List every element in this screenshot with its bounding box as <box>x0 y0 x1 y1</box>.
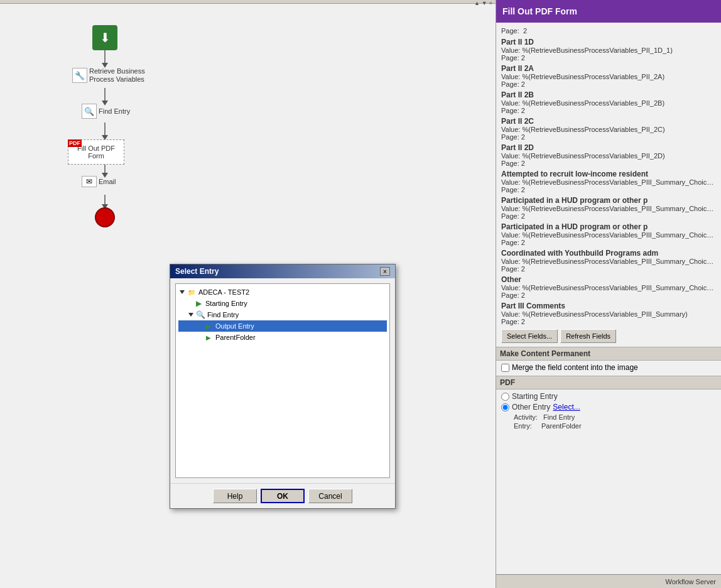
field-value-partii1d: Value: %(RetrieveBusinessProcessVariable… <box>501 46 716 54</box>
field-value-youthbuild: Value: %(RetrieveBusinessProcessVariable… <box>501 258 716 265</box>
other-entry-radio-label: Other Entry <box>512 403 550 411</box>
field-page-recruit: Page: 2 <box>501 186 716 193</box>
top-strip: ▲ ▼ × <box>0 0 496 4</box>
make-permanent-label: Make Content Permanent <box>500 349 590 358</box>
start-arrow-icon: ▶ <box>193 298 203 308</box>
field-value-hud2: Value: %(RetrieveBusinessProcessVariable… <box>501 205 716 212</box>
field-page-hud2: Page: 2 <box>501 212 716 220</box>
entry-tree[interactable]: 📁 ADECA - TEST2 ▶ Starting Entry 🔍 Find … <box>175 283 390 478</box>
field-label-partiii-comments: Part III Comments <box>501 302 716 310</box>
pdf-section-header: PDF <box>496 376 721 389</box>
select-link[interactable]: Select... <box>553 403 580 411</box>
tree-label-parentfolder: ParentFolder <box>215 334 256 341</box>
properties-scroll-area[interactable]: Page: 2 Part II 1D Value: %(RetrieveBusi… <box>496 23 721 574</box>
field-label-partii2a: Part II 2A <box>501 64 716 73</box>
email-label: Email <box>99 178 116 185</box>
field-page-partii2c: Page: 2 <box>501 133 716 141</box>
field-label-partii2b: Part II 2B <box>501 90 716 99</box>
other-entry-radio[interactable] <box>501 403 509 411</box>
field-value-other: Value: %(RetrieveBusinessProcessVariable… <box>501 284 716 291</box>
panel-title: Fill Out PDF Form <box>496 0 721 23</box>
activity-value: Find Entry <box>543 413 575 421</box>
workflow-panel: ▲ ▼ × ⬇ 🔧 Retrieve BusinessProcess Varia… <box>0 0 496 588</box>
prop-field-partii1d: Part II 1D Value: %(RetrieveBusinessProc… <box>501 38 716 62</box>
folder-icon-adeca: 📁 <box>187 287 197 297</box>
activity-label: Activity: <box>514 413 538 421</box>
workflow-retrieve-node[interactable]: 🔧 Retrieve BusinessProcess Variables <box>72 67 145 84</box>
entry-value: ParentFolder <box>541 422 582 430</box>
fillout-icon-box: PDF Fill Out PDFForm <box>68 139 124 165</box>
field-label-partii2d: Part II 2D <box>501 143 716 152</box>
select-entry-dialog: Select Entry × 📁 ADECA - TEST2 ▶ Startin… <box>170 264 396 509</box>
refresh-fields-button[interactable]: Refresh Fields <box>560 329 616 343</box>
prop-field-hud3: Participated in a HUD program or other p… <box>501 222 716 246</box>
activity-row: Activity: Find Entry <box>514 413 716 421</box>
parentfolder-icon: ▶ <box>203 332 214 342</box>
workflow-find-node[interactable]: 🔍 Find Entry <box>82 104 130 119</box>
field-page-partii2b: Page: 2 <box>501 107 716 114</box>
field-label-other: Other <box>501 275 716 284</box>
field-page-other: Page: 2 <box>501 291 716 299</box>
field-page-youthbuild: Page: 2 <box>501 265 716 273</box>
field-value-hud3: Value: %(RetrieveBusinessProcessVariable… <box>501 231 716 239</box>
field-label-hud3: Participated in a HUD program or other p <box>501 222 716 231</box>
prop-field-hud2: Participated in a HUD program or other p… <box>501 196 716 220</box>
prop-field-partii2d: Part II 2D Value: %(RetrieveBusinessProc… <box>501 143 716 167</box>
workflow-fillout-node[interactable]: PDF Fill Out PDFForm <box>68 139 124 165</box>
dialog-title: Select Entry <box>175 267 219 276</box>
workflow-email-node[interactable]: ✉ Email <box>82 176 116 187</box>
top-page-label: Page: 2 <box>501 27 527 35</box>
field-value-partii2a: Value: %(RetrieveBusinessProcessVariable… <box>501 73 716 80</box>
retrieve-icon: 🔧 <box>72 68 87 83</box>
find-icon: 🔍 <box>82 104 97 119</box>
help-button[interactable]: Help <box>213 489 257 503</box>
dialog-close-button[interactable]: × <box>380 267 390 276</box>
tree-item-outputentry[interactable]: ▶ Output Entry <box>178 320 387 332</box>
workflow-start-node[interactable]: ⬇ <box>92 25 117 50</box>
field-value-partii2c: Value: %(RetrieveBusinessProcessVariable… <box>501 126 716 133</box>
tree-item-findentry[interactable]: 🔍 Find Entry <box>178 309 387 320</box>
select-fields-button[interactable]: Select Fields... <box>501 329 558 343</box>
tree-item-parentfolder[interactable]: ▶ ParentFolder <box>178 332 387 343</box>
field-page-partii2d: Page: 2 <box>501 160 716 167</box>
tree-item-starting[interactable]: ▶ Starting Entry <box>178 298 387 309</box>
other-entry-radio-row: Other Entry Select... <box>501 403 716 411</box>
fillout-label: Fill Out PDFForm <box>77 144 115 160</box>
field-buttons-row: Select Fields... Refresh Fields <box>501 329 716 343</box>
tree-label-findentry: Find Entry <box>207 311 239 318</box>
ok-button[interactable]: OK <box>261 489 305 503</box>
dialog-body: 📁 ADECA - TEST2 ▶ Starting Entry 🔍 Find … <box>170 278 395 483</box>
tree-label-starting: Starting Entry <box>205 300 247 307</box>
tree-label-output: Output Entry <box>215 322 254 330</box>
stop-icon <box>95 207 115 227</box>
email-icon: ✉ <box>82 176 97 187</box>
retrieve-label: Retrieve BusinessProcess Variables <box>89 67 145 84</box>
collapse-icon-adeca <box>180 290 185 294</box>
starting-entry-radio-row: Starting Entry <box>501 392 716 401</box>
tree-item-adeca[interactable]: 📁 ADECA - TEST2 <box>178 286 387 298</box>
panel-title-text: Fill Out PDF Form <box>502 6 577 16</box>
find-label: Find Entry <box>99 107 130 115</box>
merge-checkbox-row: Merge the field content into the image <box>501 363 716 372</box>
workflow-stop-node[interactable] <box>95 207 115 227</box>
cancel-button[interactable]: Cancel <box>308 489 352 503</box>
pdf-section-label: PDF <box>500 378 515 387</box>
prop-field-partii2b: Part II 2B Value: %(RetrieveBusinessProc… <box>501 90 716 114</box>
field-value-partiii-comments: Value: %(RetrieveBusinessProcessVariable… <box>501 310 716 318</box>
prop-field-partii2c: Part II 2C Value: %(RetrieveBusinessProc… <box>501 117 716 141</box>
entry-row: Entry: ParentFolder <box>514 422 716 430</box>
prop-field-partiii-comments: Part III Comments Value: %(RetrieveBusin… <box>501 302 716 325</box>
merge-label: Merge the field content into the image <box>512 363 638 372</box>
dialog-titlebar: Select Entry × <box>170 264 395 278</box>
dialog-footer: Help OK Cancel <box>170 483 395 508</box>
starting-entry-radio[interactable] <box>501 393 509 401</box>
field-label-youthbuild: Coordinated with Youthbuild Programs adm <box>501 249 716 258</box>
field-label-hud2: Participated in a HUD program or other p <box>501 196 716 205</box>
prop-field-youthbuild: Coordinated with Youthbuild Programs adm… <box>501 249 716 273</box>
field-page-hud3: Page: 2 <box>501 239 716 246</box>
tree-label-adeca: ADECA - TEST2 <box>198 288 249 296</box>
merge-checkbox[interactable] <box>501 364 509 372</box>
field-label-partii2c: Part II 2C <box>501 117 716 126</box>
entry-label: Entry: <box>514 422 532 430</box>
field-value-recruit: Value: %(RetrieveBusinessProcessVariable… <box>501 178 716 186</box>
